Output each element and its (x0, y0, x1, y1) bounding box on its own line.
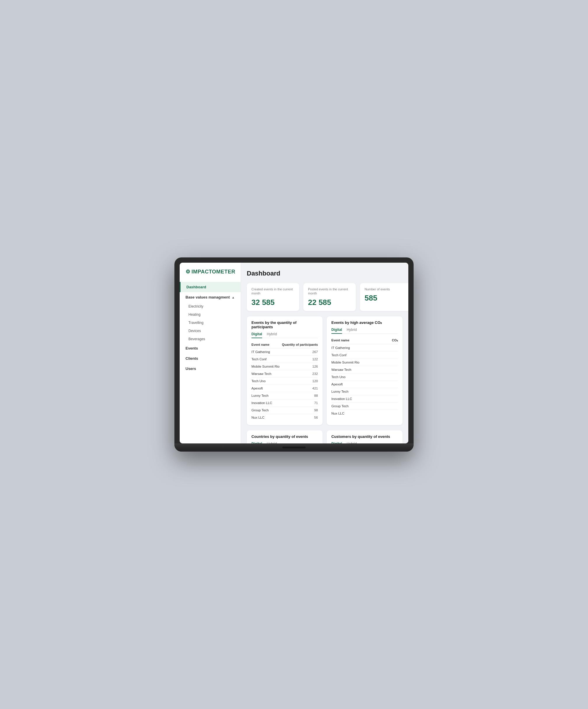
table-cell-name: IT Gathering (251, 348, 281, 356)
table-cell-name: Mobile Summit Rio (251, 363, 281, 370)
table-cell-name: Apexoft (251, 385, 281, 392)
page-title: Dashboard (247, 270, 403, 277)
table-cell-value: 120 (281, 377, 318, 385)
logo-icon: ⚙ (185, 268, 190, 275)
table-cell-value (386, 359, 398, 366)
table-row: Apexoft421 (251, 385, 318, 392)
table-row: Tech Conf (331, 351, 398, 359)
main-content: Dashboard Created events in the current … (241, 263, 408, 443)
top-tables-row: Events by the quantity of participants D… (247, 316, 403, 425)
table-row: IT Gathering (331, 344, 398, 351)
laptop-notch (282, 447, 306, 448)
chevron-up-icon: ▲ (232, 296, 235, 299)
table-events-participants-title: Events by the quantity of participants (251, 320, 318, 329)
table-row: Apexoft (331, 380, 398, 388)
table-cell-value: 421 (281, 385, 318, 392)
table-row: Tech Conf122 (251, 356, 318, 363)
sidebar-item-devices[interactable]: Devices (180, 327, 240, 335)
table-cell-name: Tech Conf (331, 351, 386, 359)
table-cell-value: 122 (281, 356, 318, 363)
table-cell-value: 267 (281, 348, 318, 356)
table-row: Inovation LLC71 (251, 399, 318, 406)
stat-card-created-label: Created events in the current month (251, 287, 295, 296)
tab-events-co2-hybrid[interactable]: Hybrid (347, 328, 357, 334)
table-events-co2-title: Events by high average CO₂ (331, 320, 398, 325)
table-countries: Countries by quantity of events Digital … (247, 430, 323, 443)
stat-card-posted-label: Posted events in the current month (308, 287, 351, 296)
sidebar-item-heating[interactable]: Heating (180, 311, 240, 319)
laptop-frame: ⚙ IMPACTOMETER Dashboard Base values man… (174, 257, 414, 452)
table-cell-name: Group Tech (251, 406, 281, 414)
sidebar-item-travelling[interactable]: Travelling (180, 319, 240, 327)
stat-card-created: Created events in the current month 32 5… (247, 283, 299, 311)
logo-text: IMPACTOMETER (191, 269, 235, 275)
tab-events-participants-hybrid[interactable]: Hybrid (267, 332, 277, 338)
events-participants-table: Event name Quantity of participants IT G… (251, 341, 318, 421)
tab-customers-digital[interactable]: Digital (331, 442, 342, 443)
tab-events-participants-digital[interactable]: Digital (251, 332, 262, 338)
table-customers-title: Customers by quantity of events (331, 435, 398, 439)
sidebar-item-beverages[interactable]: Beverages (180, 335, 240, 343)
table-row: Inovation LLC (331, 395, 398, 402)
tab-countries-digital[interactable]: Digital (251, 442, 262, 443)
table-row: Lunny Tech88 (251, 392, 318, 399)
table-cell-name: IT Gathering (331, 344, 386, 351)
stat-card-number: Number of events 585 (360, 283, 408, 311)
tab-customers-hybrid[interactable]: Hybrid (347, 442, 357, 443)
table-row: Mobile Summit Rio126 (251, 363, 318, 370)
table-customers-tabs: Digital Hybrid (331, 442, 398, 443)
table-cell-value: 126 (281, 363, 318, 370)
sidebar-item-events[interactable]: Events (180, 343, 240, 353)
sidebar-item-electricity[interactable]: Electricity (180, 302, 240, 311)
table-cell-name: Warsaw Tech (331, 366, 386, 373)
logo-area: ⚙ IMPACTOMETER (180, 268, 240, 282)
stat-card-posted: Posted events in the current month 22 58… (303, 283, 356, 311)
table-cell-name: Nux LLC (251, 414, 281, 421)
table-cell-name: Warsaw Tech (251, 370, 281, 377)
laptop-screen: ⚙ IMPACTOMETER Dashboard Base values man… (180, 263, 408, 443)
col-co2-value: CO₂ (386, 337, 398, 344)
sidebar-item-dashboard[interactable]: Dashboard (180, 282, 240, 292)
app-logo: ⚙ IMPACTOMETER (185, 268, 235, 275)
table-cell-name: Lunny Tech (251, 392, 281, 399)
table-cell-name: Lunny Tech (331, 388, 386, 395)
table-cell-name: Tech Uno (331, 373, 386, 380)
table-cell-value (386, 402, 398, 410)
table-cell-name: Tech Conf (251, 356, 281, 363)
tab-countries-hybrid[interactable]: Hybrid (267, 442, 277, 443)
table-customers: Customers by quantity of events Digital … (327, 430, 403, 443)
table-row: IT Gathering267 (251, 348, 318, 356)
stats-row: Created events in the current month 32 5… (247, 283, 403, 311)
sidebar-item-users[interactable]: Users (180, 364, 240, 374)
sidebar-item-clients[interactable]: Clients (180, 353, 240, 364)
stat-card-posted-value: 22 585 (308, 298, 351, 307)
table-cell-value (386, 351, 398, 359)
table-row: Warsaw Tech232 (251, 370, 318, 377)
table-cell-name: Tech Uno (251, 377, 281, 385)
table-cell-value (386, 380, 398, 388)
sidebar-group-base-values[interactable]: Base values managment ▲ (180, 292, 240, 302)
table-cell-value: 232 (281, 370, 318, 377)
table-row: Group Tech (331, 402, 398, 410)
table-cell-value (386, 395, 398, 402)
table-events-participants: Events by the quantity of participants D… (247, 316, 323, 425)
table-countries-tabs: Digital Hybrid (251, 442, 318, 443)
tab-events-co2-digital[interactable]: Digital (331, 328, 342, 334)
table-cell-value: 88 (281, 392, 318, 399)
table-cell-value (386, 344, 398, 351)
table-row: Tech Uno120 (251, 377, 318, 385)
table-cell-name: Group Tech (331, 402, 386, 410)
table-countries-title: Countries by quantity of events (251, 435, 318, 439)
table-cell-value (386, 388, 398, 395)
col-event-name-co2: Event name (331, 337, 386, 344)
table-cell-value: 56 (281, 414, 318, 421)
table-cell-value (386, 373, 398, 380)
col-qty-participants: Quantity of participants (281, 341, 318, 348)
table-events-co2: Events by high average CO₂ Digital Hybri… (327, 316, 403, 425)
table-row: Lunny Tech (331, 388, 398, 395)
bottom-tables-row: Countries by quantity of events Digital … (247, 430, 403, 443)
laptop-base (174, 443, 414, 452)
events-co2-table: Event name CO₂ IT GatheringTech ConfMobi… (331, 337, 398, 417)
table-row: Tech Uno (331, 373, 398, 380)
stat-card-number-value: 585 (364, 294, 408, 303)
